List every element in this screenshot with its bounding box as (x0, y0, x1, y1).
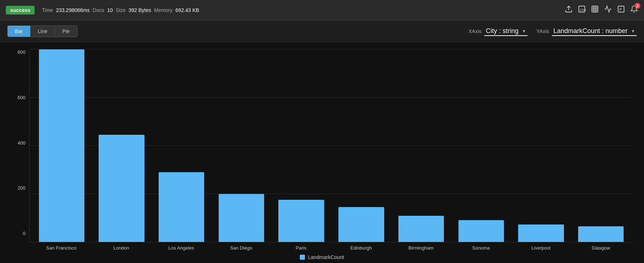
x-label: San Diego (212, 245, 270, 251)
chart-inner: San FranciscoLondonLos AngelesSan DiegoP… (29, 49, 633, 251)
bar-group (572, 49, 629, 242)
svg-text:P: P (619, 8, 621, 12)
yaxis-select[interactable]: LandmarkCount : number (552, 27, 637, 36)
x-labels: San FranciscoLondonLos AngelesSan DiegoP… (29, 242, 633, 251)
status-bar: success Time 233.298066ms Docs 10 Size 3… (0, 0, 644, 20)
bar (39, 49, 84, 242)
bar-group (273, 49, 330, 242)
pin-icon[interactable]: P (617, 5, 625, 15)
controls-bar: Bar Line Pie XAxis City : string YAxis L… (0, 20, 644, 42)
json-icon[interactable]: JSON (578, 5, 586, 15)
x-label: Liverpool (512, 245, 569, 251)
bar-group (453, 49, 510, 242)
bar-group (93, 49, 150, 242)
x-label: Glasgow (572, 245, 629, 251)
y-axis: 8006004002000 (11, 49, 29, 251)
notification-icon[interactable]: 2 (630, 5, 638, 15)
x-label: Sonoma (453, 245, 510, 251)
y-tick: 200 (17, 185, 25, 191)
export-icon[interactable] (565, 5, 573, 15)
yaxis-select-wrapper: LandmarkCount : number (552, 27, 637, 36)
time-label: Time (42, 7, 53, 13)
bar-group (333, 49, 390, 242)
legend-label: LandmarkCount (308, 254, 344, 260)
status-badge: success (6, 6, 35, 15)
axis-controls: XAxis City : string YAxis LandmarkCount … (468, 27, 637, 36)
x-label: Birmingham (393, 245, 450, 251)
status-meta: Time 233.298066ms Docs 10 Size 392 Bytes… (42, 7, 199, 13)
bar (578, 226, 624, 242)
bars-row (29, 49, 633, 242)
bar-group (33, 49, 90, 242)
y-tick: 600 (17, 95, 25, 100)
bar (219, 194, 264, 242)
bar-group (393, 49, 450, 242)
grid-and-bars (29, 49, 633, 242)
time-value: 233.298066ms (56, 7, 90, 13)
yaxis-group: YAxis LandmarkCount : number (536, 27, 637, 36)
tab-bar[interactable]: Bar (8, 26, 31, 37)
bar-group (513, 49, 570, 242)
bar (278, 200, 324, 242)
svg-text:JSON: JSON (580, 8, 586, 12)
svg-rect-3 (592, 6, 598, 12)
bar-group (153, 49, 210, 242)
size-value: 392 Bytes (128, 7, 151, 13)
chart-area: 8006004002000 San FranciscoLondonLos Ang… (0, 42, 644, 263)
xaxis-label: XAxis (468, 28, 481, 34)
toolbar-icons: JSON P (565, 5, 638, 15)
docs-label: Docs (93, 7, 104, 13)
docs-value: 10 (107, 7, 113, 13)
bar (518, 224, 564, 242)
bar (398, 216, 444, 242)
bar (458, 220, 504, 242)
chart-icon[interactable] (604, 5, 612, 15)
legend: LandmarkCount (11, 251, 633, 263)
legend-color (300, 255, 305, 260)
xaxis-select[interactable]: City : string (484, 27, 528, 36)
xaxis-group: XAxis City : string (468, 27, 528, 36)
memory-label: Memory (154, 7, 173, 13)
chart-container: 8006004002000 San FranciscoLondonLos Ang… (11, 49, 633, 251)
chart-type-tabs: Bar Line Pie (7, 25, 77, 37)
tab-line[interactable]: Line (31, 26, 55, 37)
y-tick: 400 (17, 140, 25, 146)
bar-group (213, 49, 270, 242)
bar (99, 135, 144, 242)
x-label: Los Angeles (153, 245, 210, 251)
x-label: London (93, 245, 150, 251)
x-label: San Francisco (33, 245, 90, 251)
tab-pie[interactable]: Pie (55, 26, 77, 37)
y-tick: 800 (17, 49, 25, 55)
memory-value: 692.43 KB (175, 7, 199, 13)
y-tick: 0 (23, 231, 25, 236)
notification-count: 2 (635, 3, 640, 9)
bar (338, 207, 384, 242)
xaxis-select-wrapper: City : string (484, 27, 528, 36)
x-label: Paris (273, 245, 330, 251)
size-label: Size (116, 7, 126, 13)
yaxis-label: YAxis (536, 28, 549, 34)
x-label: Edinburgh (333, 245, 390, 251)
bar (159, 172, 204, 242)
table-icon[interactable] (591, 5, 599, 15)
